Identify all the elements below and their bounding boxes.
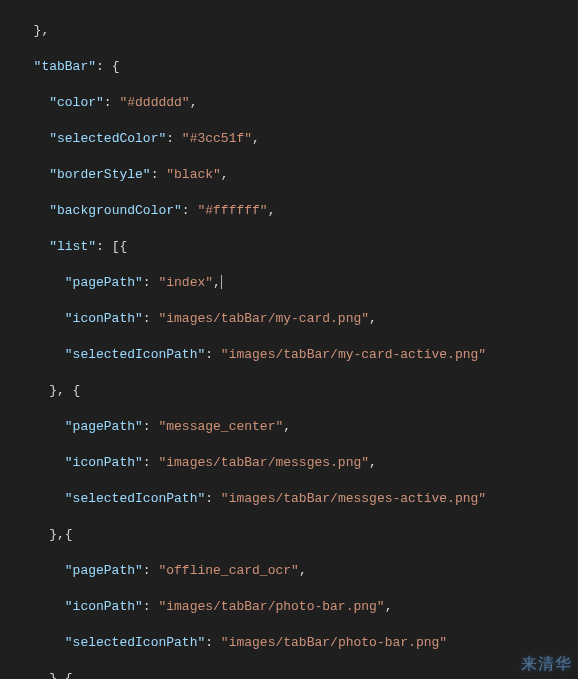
- code-editor[interactable]: }, "tabBar": { "color": "#dddddd", "sele…: [0, 0, 578, 679]
- code-line: "color": "#dddddd",: [18, 94, 578, 112]
- code-line: },{: [18, 670, 578, 679]
- code-line: "iconPath": "images/tabBar/my-card.png",: [18, 310, 578, 328]
- code-line: "selectedColor": "#3cc51f",: [18, 130, 578, 148]
- code-line: "list": [{: [18, 238, 578, 256]
- code-line: },: [18, 22, 578, 40]
- code-line: "pagePath": "index",: [18, 274, 578, 292]
- code-line: "borderStyle": "black",: [18, 166, 578, 184]
- text-cursor: [221, 275, 222, 289]
- code-line: },{: [18, 526, 578, 544]
- code-line: "pagePath": "message_center",: [18, 418, 578, 436]
- code-line: }, {: [18, 382, 578, 400]
- code-line: "backgroundColor": "#ffffff",: [18, 202, 578, 220]
- code-line: "iconPath": "images/tabBar/photo-bar.png…: [18, 598, 578, 616]
- code-line: "selectedIconPath": "images/tabBar/messg…: [18, 490, 578, 508]
- code-line: "pagePath": "offline_card_ocr",: [18, 562, 578, 580]
- code-line: "tabBar": {: [18, 58, 578, 76]
- code-line: "iconPath": "images/tabBar/messges.png",: [18, 454, 578, 472]
- code-line: "selectedIconPath": "images/tabBar/photo…: [18, 634, 578, 652]
- code-line: "selectedIconPath": "images/tabBar/my-ca…: [18, 346, 578, 364]
